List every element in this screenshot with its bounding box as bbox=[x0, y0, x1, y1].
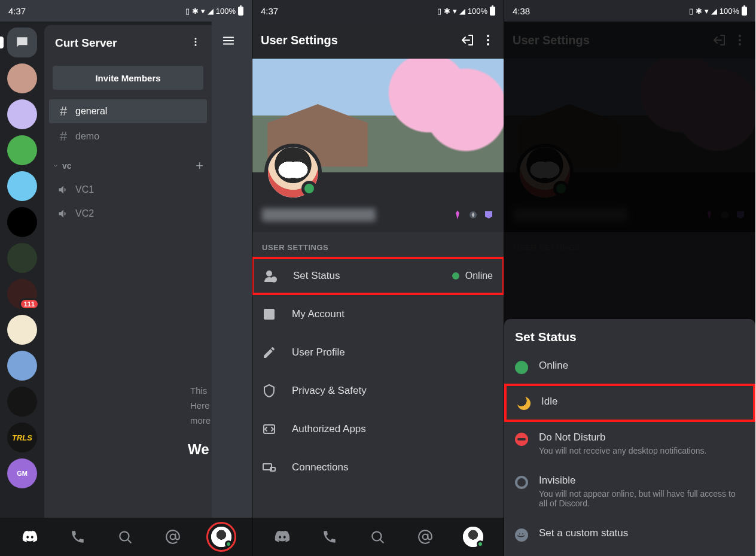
settings-user-profile[interactable]: User Profile bbox=[252, 333, 504, 372]
add-channel-icon[interactable]: + bbox=[196, 158, 203, 174]
nav-search-icon[interactable] bbox=[115, 527, 135, 546]
more-icon[interactable] bbox=[190, 37, 201, 50]
nav-discord-icon[interactable] bbox=[273, 527, 292, 546]
more-icon[interactable] bbox=[481, 33, 495, 47]
nav-mentions-icon[interactable] bbox=[416, 527, 435, 546]
channel-demo[interactable]: #demo bbox=[49, 124, 207, 148]
category-vc[interactable]: vc + bbox=[44, 150, 212, 177]
settings-set-status[interactable]: Set StatusOnline bbox=[252, 257, 504, 295]
chevron-down-icon bbox=[53, 163, 59, 169]
item-label: My Account bbox=[292, 308, 345, 320]
server-icon-logo-bw[interactable] bbox=[7, 207, 37, 237]
settings-authorized-apps[interactable]: Authorized Apps bbox=[252, 410, 504, 448]
bluetooth-icon: ✱ bbox=[696, 7, 702, 16]
status-sheet: Set Status OnlineIdleDo Not DisturbYou w… bbox=[504, 319, 755, 556]
bottom-nav bbox=[0, 518, 252, 556]
battery-icon bbox=[238, 7, 243, 16]
channel-label: demo bbox=[75, 131, 99, 142]
nav-discord-icon[interactable] bbox=[20, 527, 39, 546]
status-option-invisible[interactable]: InvisibleYou will not appear online, but… bbox=[504, 465, 755, 518]
signal-icon: ◢ bbox=[711, 7, 717, 16]
nitro-gem-icon bbox=[452, 209, 463, 220]
settings-connections[interactable]: Connections bbox=[252, 448, 504, 487]
item-label: Authorized Apps bbox=[292, 423, 366, 435]
idle-icon bbox=[517, 397, 531, 410]
username-redacted bbox=[262, 208, 376, 221]
svg-point-11 bbox=[487, 43, 489, 45]
svg-line-7 bbox=[128, 539, 131, 542]
settings-my-account[interactable]: My Account bbox=[252, 295, 504, 333]
item-label: User Profile bbox=[292, 347, 345, 358]
user-profile-icon bbox=[262, 345, 276, 360]
nav-search-icon[interactable] bbox=[368, 527, 387, 546]
status-name: Invisible bbox=[539, 475, 745, 487]
server-header[interactable]: Curt Server bbox=[44, 25, 212, 61]
settings-privacy-safety[interactable]: Privacy & Safety bbox=[252, 372, 504, 410]
server-icon-fgo2[interactable] bbox=[7, 351, 37, 381]
page-title: User Settings bbox=[261, 34, 338, 47]
server-name: Curt Server bbox=[55, 37, 117, 50]
status-option-custom[interactable]: Set a custom status bbox=[504, 518, 755, 551]
battery-icon bbox=[742, 7, 747, 16]
voice-channel-VC2[interactable]: VC2 bbox=[49, 202, 207, 225]
voice-channel-VC1[interactable]: VC1 bbox=[49, 178, 207, 201]
server-icon-pixel[interactable] bbox=[7, 387, 37, 417]
hash-icon: # bbox=[57, 129, 69, 144]
battery-icon bbox=[490, 7, 495, 16]
authorized-apps-icon bbox=[262, 422, 276, 436]
bluetooth-icon: ✱ bbox=[192, 7, 199, 16]
server-icon-green[interactable] bbox=[7, 135, 37, 165]
welcome-heading: We bbox=[188, 441, 209, 458]
hamburger-icon[interactable] bbox=[217, 29, 240, 53]
signal-icon: ◢ bbox=[208, 7, 214, 16]
status-option-dnd[interactable]: Do Not DisturbYou will not receive any d… bbox=[504, 422, 755, 465]
status-option-idle[interactable]: Idle bbox=[504, 384, 755, 422]
svg-point-2 bbox=[195, 44, 197, 45]
user-avatar[interactable] bbox=[264, 144, 322, 201]
channel-label: general bbox=[75, 106, 107, 117]
channel-general[interactable]: #general bbox=[49, 99, 207, 123]
nav-profile-avatar[interactable] bbox=[211, 527, 231, 547]
wifi-icon: ▾ bbox=[201, 7, 205, 16]
status-time: 4:37 bbox=[261, 6, 278, 16]
server-icon-dark[interactable]: 111 bbox=[7, 279, 37, 309]
nav-mentions-icon[interactable] bbox=[163, 527, 182, 546]
main-content-peek: We This Here more bbox=[212, 22, 252, 518]
nav-friends-icon[interactable] bbox=[68, 527, 87, 546]
trailing-label: Online bbox=[465, 271, 493, 281]
status-bar: 4:38 ▯ ✱ ▾ ◢ 100% bbox=[504, 0, 755, 22]
privacy-safety-icon bbox=[262, 384, 276, 398]
vibrate-icon: ▯ bbox=[437, 7, 441, 16]
phone-3: 4:38 ▯ ✱ ▾ ◢ 100% User Settings bbox=[504, 0, 755, 556]
status-option-online[interactable]: Online bbox=[504, 350, 755, 384]
server-icon-trls[interactable]: TRLS bbox=[7, 423, 37, 452]
server-icon-fgo[interactable] bbox=[7, 315, 37, 345]
server-icon-pig[interactable] bbox=[7, 63, 37, 93]
status-time: 4:37 bbox=[8, 6, 26, 16]
status-desc: You will not receive any desktop notific… bbox=[539, 446, 745, 455]
custom-status-icon bbox=[515, 528, 528, 542]
nav-profile-wrap bbox=[211, 527, 231, 547]
status-icons: ▯ ✱ ▾ ◢ 100% bbox=[437, 7, 495, 16]
server-icon-anime1[interactable] bbox=[7, 99, 37, 129]
invite-members-button[interactable]: Invite Members bbox=[53, 66, 203, 90]
logout-icon[interactable] bbox=[461, 33, 475, 47]
server-badge: 111 bbox=[19, 298, 39, 310]
server-icon-gm[interactable]: GM bbox=[7, 458, 37, 488]
wifi-icon: ▾ bbox=[705, 7, 709, 16]
server-icon-helmet[interactable] bbox=[7, 243, 37, 273]
set-status-icon bbox=[263, 269, 278, 283]
nav-friends-icon[interactable] bbox=[320, 527, 339, 546]
server-icon-dm[interactable] bbox=[7, 28, 37, 57]
hypesquad-icon bbox=[483, 209, 494, 220]
battery-pct: 100% bbox=[216, 7, 236, 16]
svg-point-1 bbox=[195, 41, 197, 42]
nav-profile-avatar[interactable] bbox=[463, 527, 483, 547]
profile-badges bbox=[452, 209, 494, 220]
boost-icon bbox=[468, 209, 478, 220]
server-icon-anime2[interactable] bbox=[7, 171, 37, 201]
svg-point-23 bbox=[422, 534, 428, 540]
hash-icon: # bbox=[57, 104, 69, 119]
channels-panel: Curt Server Invite Members #general#demo… bbox=[44, 25, 212, 518]
status-name: Set a custom status bbox=[539, 527, 745, 539]
